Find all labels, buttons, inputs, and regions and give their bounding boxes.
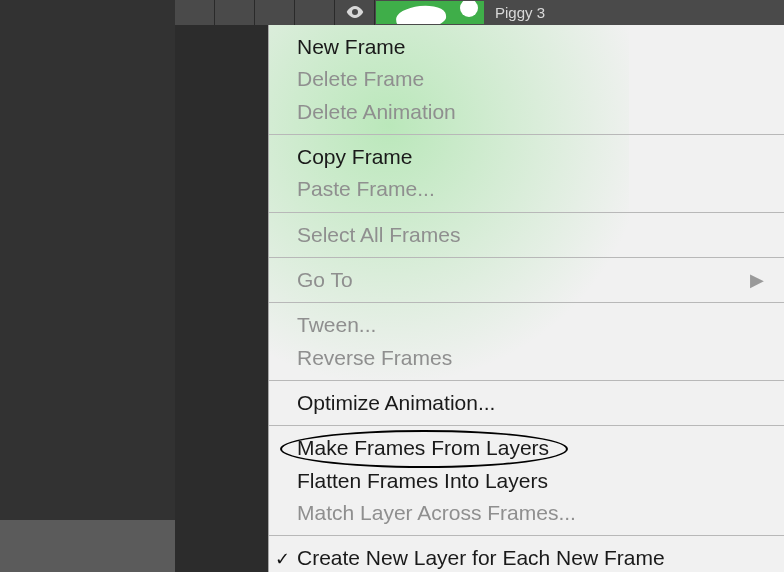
- menu-item-label: Optimize Animation...: [297, 391, 495, 414]
- menu-section: Go To▶: [269, 258, 784, 303]
- submenu-arrow-icon: ▶: [750, 268, 764, 292]
- layer-row[interactable]: Piggy 3: [175, 0, 784, 25]
- menu-item-label: Match Layer Across Frames...: [297, 501, 576, 524]
- menu-item-paste-frame: Paste Frame...: [269, 173, 784, 205]
- menu-section: Make Frames From LayersFlatten Frames In…: [269, 426, 784, 536]
- menu-item-flatten-frames-into-layers[interactable]: Flatten Frames Into Layers: [269, 465, 784, 497]
- layer-thumbnail[interactable]: [375, 0, 485, 25]
- layer-spacer-1: [175, 0, 215, 25]
- menu-item-label: Select All Frames: [297, 223, 460, 246]
- menu-item-label: Make Frames From Layers: [297, 436, 549, 459]
- menu-item-label: Delete Animation: [297, 100, 456, 123]
- menu-item-delete-frame: Delete Frame: [269, 63, 784, 95]
- menu-item-label: Reverse Frames: [297, 346, 452, 369]
- menu-item-label: Go To: [297, 268, 353, 291]
- canvas-area: [0, 0, 175, 520]
- menu-item-go-to: Go To▶: [269, 264, 784, 296]
- layer-spacer-2: [215, 0, 255, 25]
- menu-item-reverse-frames: Reverse Frames: [269, 342, 784, 374]
- checkmark-icon: ✓: [275, 546, 290, 570]
- menu-section: Select All Frames: [269, 213, 784, 258]
- menu-item-optimize-animation[interactable]: Optimize Animation...: [269, 387, 784, 419]
- timeline-flyout-menu[interactable]: New FrameDelete FrameDelete AnimationCop…: [268, 25, 784, 572]
- menu-item-tween: Tween...: [269, 309, 784, 341]
- menu-item-create-new-layer-for-each-new-frame[interactable]: Create New Layer for Each New Frame✓: [269, 542, 784, 572]
- layer-spacer-4: [295, 0, 335, 25]
- menu-section: Create New Layer for Each New Frame✓New …: [269, 536, 784, 572]
- menu-item-copy-frame[interactable]: Copy Frame: [269, 141, 784, 173]
- menu-item-label: New Frame: [297, 35, 406, 58]
- menu-item-make-frames-from-layers[interactable]: Make Frames From Layers: [269, 432, 784, 464]
- menu-section: Optimize Animation...: [269, 381, 784, 426]
- menu-item-label: Flatten Frames Into Layers: [297, 469, 548, 492]
- layer-name-label[interactable]: Piggy 3: [485, 4, 545, 21]
- visibility-toggle[interactable]: [335, 0, 375, 25]
- menu-item-label: Copy Frame: [297, 145, 413, 168]
- menu-item-label: Tween...: [297, 313, 376, 336]
- eye-icon: [346, 4, 364, 22]
- menu-item-label: Paste Frame...: [297, 177, 435, 200]
- menu-section: Copy FramePaste Frame...: [269, 135, 784, 213]
- layer-spacer-3: [255, 0, 295, 25]
- panel-footer: [0, 520, 175, 572]
- menu-section: Tween...Reverse Frames: [269, 303, 784, 381]
- menu-item-match-layer-across-frames: Match Layer Across Frames...: [269, 497, 784, 529]
- menu-item-select-all-frames: Select All Frames: [269, 219, 784, 251]
- menu-item-label: Delete Frame: [297, 67, 424, 90]
- menu-item-new-frame[interactable]: New Frame: [269, 31, 784, 63]
- menu-item-delete-animation: Delete Animation: [269, 96, 784, 128]
- menu-section: New FrameDelete FrameDelete Animation: [269, 25, 784, 135]
- menu-item-label: Create New Layer for Each New Frame: [297, 546, 665, 569]
